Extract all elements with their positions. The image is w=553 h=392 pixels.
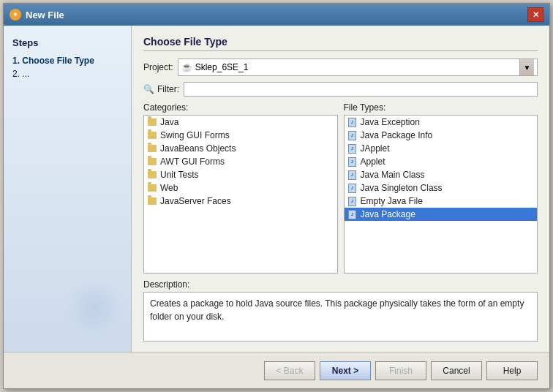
steps-heading: Steps bbox=[12, 37, 122, 48]
step-2: 2. ... bbox=[12, 69, 122, 79]
list-item[interactable]: Java bbox=[144, 116, 337, 129]
list-item[interactable]: JavaServer Faces bbox=[144, 195, 337, 208]
new-file-dialog: ✦ New File ✕ Steps 1. Choose File Type 2… bbox=[3, 3, 550, 389]
description-label: Description: bbox=[143, 279, 538, 290]
project-coffee-icon: ☕ bbox=[181, 62, 192, 72]
dialog-title: New File bbox=[26, 10, 64, 20]
list-item[interactable]: Swing GUI Forms bbox=[144, 129, 337, 142]
finish-button[interactable]: Finish bbox=[375, 361, 426, 380]
list-item[interactable]: JJava Exception bbox=[345, 116, 538, 129]
dialog-icon: ✦ bbox=[10, 9, 21, 20]
list-item[interactable]: JJava Singleton Class bbox=[345, 181, 538, 195]
filter-label: Filter: bbox=[157, 84, 179, 94]
list-item[interactable]: Web bbox=[144, 181, 337, 195]
step-1: 1. Choose File Type bbox=[12, 56, 122, 66]
steps-panel: Steps 1. Choose File Type 2. ... bbox=[4, 26, 132, 352]
cancel-button[interactable]: Cancel bbox=[431, 361, 482, 380]
categories-section: Categories: JavaSwing GUI FormsJavaBeans… bbox=[143, 102, 338, 274]
list-item[interactable]: JEmpty Java File bbox=[345, 195, 538, 208]
list-item[interactable]: JJApplet bbox=[345, 142, 538, 155]
description-section: Description: Creates a package to hold J… bbox=[143, 279, 538, 342]
project-dropdown-arrow[interactable]: ▼ bbox=[519, 59, 534, 76]
button-bar: < Back Next > Finish Cancel Help bbox=[4, 352, 549, 388]
project-row: Project: ☕ Sklep_6SE_1 ▼ bbox=[143, 59, 538, 76]
list-item[interactable]: JApplet bbox=[345, 155, 538, 168]
close-button[interactable]: ✕ bbox=[527, 7, 543, 22]
filetypes-list[interactable]: JJava ExceptionJJava Package InfoJJApple… bbox=[344, 115, 538, 274]
help-button[interactable]: Help bbox=[486, 361, 538, 380]
search-icon: 🔍 bbox=[143, 84, 154, 94]
list-item[interactable]: AWT GUI Forms bbox=[144, 155, 337, 168]
lists-area: Categories: JavaSwing GUI FormsJavaBeans… bbox=[143, 102, 538, 274]
main-panel: Choose File Type Project: ☕ Sklep_6SE_1 … bbox=[132, 26, 549, 352]
description-text: Creates a package to hold Java source fi… bbox=[143, 292, 538, 342]
project-value: Sklep_6SE_1 bbox=[195, 62, 249, 72]
back-button[interactable]: < Back bbox=[264, 361, 315, 380]
categories-list[interactable]: JavaSwing GUI FormsJavaBeans ObjectsAWT … bbox=[143, 115, 338, 274]
list-item[interactable]: JavaBeans Objects bbox=[144, 142, 337, 155]
section-title: Choose File Type bbox=[143, 36, 538, 51]
list-item[interactable]: JJava Package bbox=[345, 208, 538, 221]
filetypes-label: File Types: bbox=[344, 102, 538, 113]
list-item[interactable]: Unit Tests bbox=[144, 168, 337, 181]
categories-label: Categories: bbox=[143, 102, 338, 113]
content-area: Steps 1. Choose File Type 2. ... Choose … bbox=[4, 26, 549, 352]
filter-input[interactable] bbox=[184, 82, 538, 97]
next-button[interactable]: Next > bbox=[320, 361, 371, 380]
filetypes-section: File Types: JJava ExceptionJJava Package… bbox=[344, 102, 538, 274]
title-bar: ✦ New File ✕ bbox=[4, 4, 549, 26]
project-dropdown[interactable]: ☕ Sklep_6SE_1 ▼ bbox=[178, 59, 538, 76]
steps-list: 1. Choose File Type 2. ... bbox=[12, 56, 122, 79]
list-item[interactable]: JJava Package Info bbox=[345, 129, 538, 142]
filter-row: 🔍 Filter: bbox=[143, 82, 538, 97]
project-label: Project: bbox=[143, 62, 173, 72]
list-item[interactable]: JJava Main Class bbox=[345, 168, 538, 181]
